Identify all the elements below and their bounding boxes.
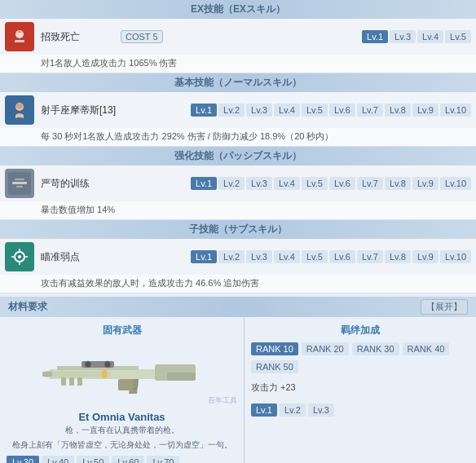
plv2[interactable]: Lv.2 <box>218 177 245 190</box>
weapon-image-area: 百年工具 <box>7 342 237 408</box>
sub-skill-icon <box>5 242 34 271</box>
sub-skill-name: 瞄准弱点 <box>41 250 114 264</box>
blv1[interactable]: Lv.1 <box>251 403 277 417</box>
ex-lv1[interactable]: Lv.1 <box>362 30 388 43</box>
plv10[interactable]: Lv.10 <box>440 177 471 190</box>
wlv70[interactable]: Lv.70 <box>147 456 179 463</box>
nlv2[interactable]: Lv.2 <box>218 104 245 117</box>
wlv50[interactable]: Lv.50 <box>77 456 109 463</box>
unfold-button[interactable]: 【展开】 <box>421 299 468 315</box>
nlv1[interactable]: Lv.1 <box>191 104 217 117</box>
materials-body: 固有武器 <box>0 317 476 463</box>
sub-skill-top: 瞄准弱点 Lv.1 Lv.2 Lv.3 Lv.4 Lv.5 Lv.6 Lv.7 … <box>0 239 476 275</box>
slv5[interactable]: Lv.5 <box>302 250 328 263</box>
blv2[interactable]: Lv.2 <box>280 403 306 417</box>
weapon-levels: Lv.30 Lv.40 Lv.50 Lv.60 Lv.70 <box>7 456 237 463</box>
rank20[interactable]: RANK 20 <box>302 342 349 355</box>
weapon-image <box>41 346 204 403</box>
plv1[interactable]: Lv.1 <box>191 177 217 190</box>
plv3[interactable]: Lv.3 <box>246 177 272 190</box>
materials-header: 材料要求 【展开】 <box>0 297 476 317</box>
svg-point-27 <box>104 361 111 368</box>
slv6[interactable]: Lv.6 <box>329 250 355 263</box>
plv8[interactable]: Lv.8 <box>385 177 411 190</box>
plv4[interactable]: Lv.4 <box>274 177 300 190</box>
svg-rect-20 <box>45 371 110 377</box>
plv9[interactable]: Lv.9 <box>412 177 439 190</box>
svg-rect-31 <box>102 370 107 378</box>
sub-skill-levels: Lv.1 Lv.2 Lv.3 Lv.4 Lv.5 Lv.6 Lv.7 Lv.8 … <box>191 250 471 263</box>
passive-skill-levels: Lv.1 Lv.2 Lv.3 Lv.4 Lv.5 Lv.6 Lv.7 Lv.8 … <box>191 177 471 190</box>
rank40[interactable]: RANK 40 <box>403 342 450 355</box>
nlv4[interactable]: Lv.4 <box>274 104 300 117</box>
nlv7[interactable]: Lv.7 <box>357 104 383 117</box>
wlv40[interactable]: Lv.40 <box>42 456 74 463</box>
slv8[interactable]: Lv.8 <box>385 250 411 263</box>
ex-skill-top: 招致死亡 COST 5 Lv.1 Lv.3 Lv.4 Lv.5 <box>0 19 476 55</box>
ex-lv5[interactable]: Lv.5 <box>445 30 471 43</box>
nlv3[interactable]: Lv.3 <box>246 104 272 117</box>
rank30[interactable]: RANK 30 <box>352 342 399 355</box>
nlv5[interactable]: Lv.5 <box>302 104 328 117</box>
passive-skill-header: 强化技能（パッシブスキル） <box>0 147 476 165</box>
ex-skill-name: 招致死亡 <box>41 30 114 44</box>
normal-skill-section: 基本技能（ノーマルスキル） 射手座摩蒂斯[13] Lv.1 Lv.2 Lv.3 … <box>0 73 476 147</box>
rank10[interactable]: RANK 10 <box>251 342 298 355</box>
passive-skill-row: 严苛的训练 Lv.1 Lv.2 Lv.3 Lv.4 Lv.5 Lv.6 Lv.7… <box>0 165 476 220</box>
passive-skill-top: 严苛的训练 Lv.1 Lv.2 Lv.3 Lv.4 Lv.5 Lv.6 Lv.7… <box>0 165 476 201</box>
materials-title: 材料要求 <box>8 300 47 314</box>
svg-rect-28 <box>61 377 66 386</box>
bond-panel: 羁绊加成 RANK 10 RANK 20 RANK 30 RANK 40 RAN… <box>245 317 476 463</box>
slv9[interactable]: Lv.9 <box>412 250 439 263</box>
weapon-name: Et Omnia Vanitas <box>7 411 237 423</box>
svg-rect-24 <box>118 379 133 390</box>
slv7[interactable]: Lv.7 <box>357 250 383 263</box>
passive-skill-section: 强化技能（パッシブスキル） 严苛的训练 Lv.1 Lv.2 Lv.3 Lv.4 … <box>0 147 476 220</box>
plv5[interactable]: Lv.5 <box>302 177 328 190</box>
wlv30[interactable]: Lv.30 <box>7 456 39 463</box>
nlv9[interactable]: Lv.9 <box>412 104 439 117</box>
ex-skill-cost: COST 5 <box>121 30 163 43</box>
normal-skill-header: 基本技能（ノーマルスキル） <box>0 73 476 92</box>
weapon-panel: 固有武器 <box>0 317 245 463</box>
svg-point-26 <box>85 361 91 368</box>
nlv10[interactable]: Lv.10 <box>440 104 471 117</box>
slv2[interactable]: Lv.2 <box>218 250 245 263</box>
sub-skill-row: 瞄准弱点 Lv.1 Lv.2 Lv.3 Lv.4 Lv.5 Lv.6 Lv.7 … <box>0 239 476 293</box>
svg-rect-19 <box>167 373 196 381</box>
ex-lv4[interactable]: Lv.4 <box>417 30 443 43</box>
normal-skill-name: 射手座摩蒂斯[13] <box>41 104 116 117</box>
plv7[interactable]: Lv.7 <box>357 177 383 190</box>
bond-level-tabs: Lv.1 Lv.2 Lv.3 <box>251 403 469 417</box>
ex-skill-row: 招致死亡 COST 5 Lv.1 Lv.3 Lv.4 Lv.5 对1名敌人造成攻… <box>0 19 476 73</box>
slv1[interactable]: Lv.1 <box>191 250 217 263</box>
ex-lv3[interactable]: Lv.3 <box>390 30 416 43</box>
normal-skill-levels: Lv.1 Lv.2 Lv.3 Lv.4 Lv.5 Lv.6 Lv.7 Lv.8 … <box>191 104 471 117</box>
weapon-desc2: 枪身上刻有「万物皆虚空，无论身处处，一切为虚空」一句。 <box>7 439 237 451</box>
sub-skill-section: 子技能（サブスキル） 瞄准弱点 Lv.1 Lv.2 Lv.3 Lv.4 <box>0 220 476 293</box>
passive-skill-desc: 暴击数值增加 14% <box>0 201 476 220</box>
svg-point-12 <box>18 255 21 258</box>
slv4[interactable]: Lv.4 <box>274 250 300 263</box>
slv3[interactable]: Lv.3 <box>246 250 272 263</box>
passive-skill-icon <box>5 169 34 198</box>
ex-skill-levels: Lv.1 Lv.3 Lv.4 Lv.5 <box>362 30 471 43</box>
rank50[interactable]: RANK 50 <box>251 360 298 373</box>
svg-rect-30 <box>77 377 82 386</box>
ex-skill-icon <box>5 22 34 51</box>
slv10[interactable]: Lv.10 <box>440 250 471 263</box>
svg-rect-21 <box>42 372 52 377</box>
nlv8[interactable]: Lv.8 <box>385 104 411 117</box>
plv6[interactable]: Lv.6 <box>329 177 355 190</box>
wlv60[interactable]: Lv.60 <box>112 456 144 463</box>
svg-rect-8 <box>15 179 24 180</box>
blv3[interactable]: Lv.3 <box>308 403 334 417</box>
svg-rect-29 <box>69 377 74 386</box>
ex-skill-desc: 对1名敌人造成攻击力 1065% 伤害 <box>0 55 476 73</box>
svg-rect-5 <box>16 104 23 108</box>
bond-panel-header: 羁绊加成 <box>251 324 469 337</box>
svg-rect-9 <box>16 186 23 187</box>
nlv6[interactable]: Lv.6 <box>329 104 355 117</box>
weapon-desc1: 枪，一直有在认真携带着的枪。 <box>7 425 237 436</box>
weapon-watermark: 百年工具 <box>208 395 237 406</box>
